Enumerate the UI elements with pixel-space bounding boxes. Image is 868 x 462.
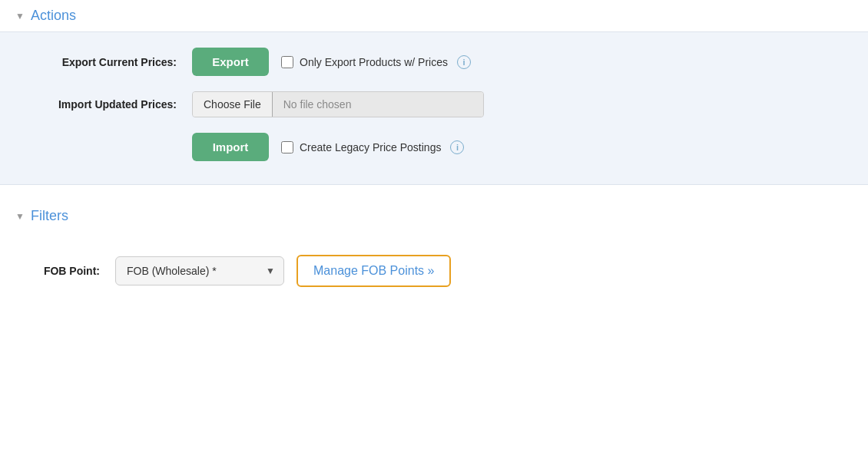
import-file-row: Import Updated Prices: Choose File No fi…	[23, 91, 845, 117]
filters-chevron-icon: ▼	[15, 211, 25, 222]
legacy-price-info-icon[interactable]: i	[450, 140, 464, 154]
legacy-price-checkbox[interactable]	[281, 141, 293, 153]
filters-section-title: Filters	[31, 208, 68, 224]
page-wrapper: ▼ Actions Export Current Prices: Export …	[0, 0, 868, 310]
only-export-info-icon[interactable]: i	[457, 55, 471, 69]
actions-chevron-icon: ▼	[15, 11, 25, 21]
filters-section-header[interactable]: ▼ Filters	[0, 200, 868, 232]
export-row: Export Current Prices: Export Only Expor…	[23, 48, 845, 76]
fob-row: FOB Point: FOB (Wholesale) * Manage FOB …	[23, 255, 845, 287]
actions-section-header[interactable]: ▼ Actions	[0, 0, 868, 31]
fob-select[interactable]: FOB (Wholesale) *	[115, 256, 284, 285]
actions-section-title: Actions	[31, 8, 76, 24]
fob-label: FOB Point:	[23, 265, 115, 277]
export-label: Export Current Prices:	[23, 56, 192, 68]
only-export-label: Only Export Products w/ Prices	[300, 56, 448, 68]
filters-section-body: FOB Point: FOB (Wholesale) * Manage FOB …	[0, 232, 868, 310]
fob-select-wrapper: FOB (Wholesale) *	[115, 256, 284, 285]
only-export-checkbox[interactable]	[281, 56, 293, 68]
export-button[interactable]: Export	[192, 48, 269, 76]
only-export-wrapper: Only Export Products w/ Prices i	[281, 55, 471, 69]
file-name-display: No file chosen	[273, 92, 483, 117]
manage-fob-link[interactable]: Manage FOB Points »	[297, 255, 451, 287]
import-label: Import Updated Prices:	[23, 98, 192, 111]
file-input-wrapper: Choose File No file chosen	[192, 91, 484, 117]
import-action-row: Import Create Legacy Price Postings i	[23, 133, 845, 161]
legacy-price-wrapper: Create Legacy Price Postings i	[281, 140, 464, 154]
import-button[interactable]: Import	[192, 133, 269, 161]
choose-file-button[interactable]: Choose File	[193, 92, 273, 117]
actions-section-body: Export Current Prices: Export Only Expor…	[0, 31, 868, 185]
legacy-price-label: Create Legacy Price Postings	[300, 141, 441, 153]
